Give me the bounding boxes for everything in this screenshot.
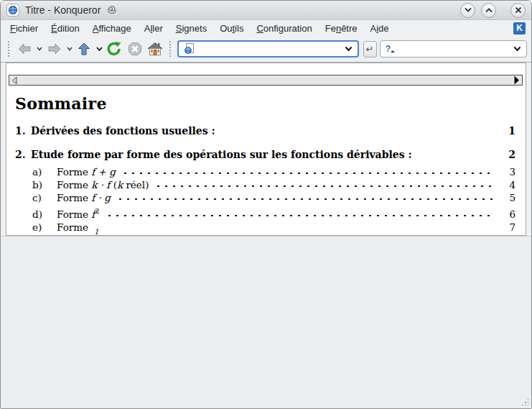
menu-item-aide[interactable]: Aide (364, 22, 396, 35)
forward-dropdown[interactable] (66, 40, 73, 58)
url-combobox[interactable] (177, 40, 359, 58)
konqueror-window: Titre - Konqueror FichierÉditionAffichag… (0, 0, 532, 409)
home-icon (146, 41, 164, 57)
toc-entry-number: e) (32, 221, 57, 234)
page-title: Sommaire (15, 94, 526, 113)
menu-item-edition[interactable]: Édition (45, 22, 86, 35)
toc-text-part: k · f (91, 179, 110, 190)
back-dropdown[interactable] (36, 40, 42, 58)
home-button[interactable] (146, 40, 164, 58)
left-triangle-icon[interactable] (11, 76, 17, 85)
menu-item-label: A (370, 23, 377, 34)
go-button[interactable]: ↵ (363, 41, 377, 58)
toc-subentry: c)Forme f · g5 (15, 192, 515, 204)
dotted-leader (115, 192, 495, 204)
chevron-down-icon (67, 47, 73, 51)
menu-item-label: ffichage (98, 23, 131, 34)
menu-item-fichier[interactable]: Fichier (4, 22, 45, 35)
toc-text-part: Etude forme par forme des opérations sur… (31, 149, 412, 160)
window-title: Titre - Konqueror (25, 4, 101, 16)
toc-entry-number: c) (32, 192, 57, 204)
toc-text-part: Forme (57, 208, 91, 220)
reload-button[interactable] (106, 40, 123, 58)
toc-entry-number: b) (32, 179, 57, 191)
menu-item-label: C (256, 23, 263, 34)
back-button[interactable] (16, 40, 33, 58)
dotted-leader (106, 221, 495, 236)
toc-subentry: d)Forme f26 (15, 205, 515, 221)
menu-item-label: ignets (182, 23, 207, 34)
toc-entry-text: Forme f · g (57, 192, 111, 204)
chevron-down-icon (464, 7, 472, 13)
toc-entry-number: a) (32, 166, 57, 178)
search-combobox[interactable]: ? (380, 40, 527, 58)
close-button[interactable] (510, 3, 526, 18)
menu-item-label: ils (235, 23, 243, 34)
toc-page-number: 7 (501, 221, 515, 234)
toc-page-number: 1 (501, 125, 515, 137)
chevron-up-icon (485, 7, 493, 13)
menu-item-label: Ou (220, 23, 232, 34)
forward-button[interactable] (45, 40, 62, 58)
dotted-leader (104, 205, 495, 221)
up-button[interactable] (75, 40, 93, 58)
top-nav-bar[interactable] (9, 75, 523, 86)
math-superscript: 2 (95, 207, 99, 215)
toc-entry-text: Forme 1f (57, 221, 102, 236)
chevron-down-icon (96, 47, 103, 52)
toolbar-drag-handle[interactable] (169, 40, 172, 58)
toc-page-number: 5 (501, 192, 515, 204)
toc-text-part: Forme (57, 192, 91, 203)
toc-text-part: Forme (57, 179, 91, 190)
minimize-button[interactable] (460, 3, 475, 18)
menu-item-configuration[interactable]: Configuration (250, 22, 318, 35)
menu-item-affichage[interactable]: Affichage (86, 22, 138, 35)
titlebar[interactable]: Titre - Konqueror (1, 1, 531, 20)
menu-item-label: F (10, 23, 16, 34)
math-fraction: 1f (93, 229, 100, 236)
menu-item-fenetre[interactable]: Fenêtre (319, 22, 364, 35)
toc-entry-text: Forme f + g (57, 166, 116, 178)
menu-item-label: Fe (325, 23, 336, 34)
resize-grip-icon[interactable] (521, 398, 528, 405)
stop-button[interactable] (126, 40, 143, 58)
kde-logo-icon[interactable]: K (513, 22, 526, 35)
search-provider-icon[interactable]: ? (386, 45, 391, 53)
menu-item-label: onfiguration (263, 23, 312, 34)
toc-text-part: f + g (91, 166, 116, 178)
chevron-down-icon (37, 47, 42, 51)
menu-item-label: être (341, 23, 357, 34)
reload-icon (106, 40, 123, 58)
chevron-down-icon[interactable] (513, 46, 521, 52)
toc-page-number: 2 (501, 149, 515, 160)
toolbar-drag-handle[interactable] (7, 40, 11, 58)
search-input[interactable] (395, 43, 509, 55)
dotted-leader (120, 166, 495, 178)
maximize-button[interactable] (481, 3, 496, 18)
toc-entry-text: Dérivées des fonctions usuelles : (31, 125, 215, 137)
toc-page-number: 4 (501, 179, 515, 191)
page-globe-icon (184, 43, 195, 55)
toc-text-part: réel) (123, 179, 149, 190)
toc-page-number: 6 (501, 208, 515, 221)
toc-text-part: Forme (57, 166, 91, 178)
forward-icon (47, 41, 62, 57)
stop-icon (127, 41, 143, 57)
konqueror-app-icon (6, 4, 19, 17)
return-icon: ↵ (366, 44, 374, 55)
chevron-down-icon[interactable] (345, 46, 353, 52)
menu-item-signets[interactable]: Signets (169, 22, 213, 35)
right-triangle-icon[interactable] (513, 75, 520, 85)
menu-item-outils[interactable]: Outils (213, 22, 250, 35)
toc-entry-number: 2. (15, 149, 31, 160)
toc-entry-number: d) (32, 208, 57, 221)
menu-item-label: ichier (16, 23, 38, 34)
page-content: Sommaire 1.Dérivées des fonctions usuell… (6, 63, 526, 236)
up-dropdown[interactable] (96, 40, 103, 58)
toc-page-number: 3 (501, 166, 515, 178)
menu-item-label: É (51, 23, 57, 34)
toc-text-part: Dérivées des fonctions usuelles : (31, 125, 215, 137)
menu-item-aller[interactable]: Aller (138, 22, 169, 35)
url-input[interactable] (199, 43, 340, 55)
toc-text-part: f · g (91, 192, 111, 203)
